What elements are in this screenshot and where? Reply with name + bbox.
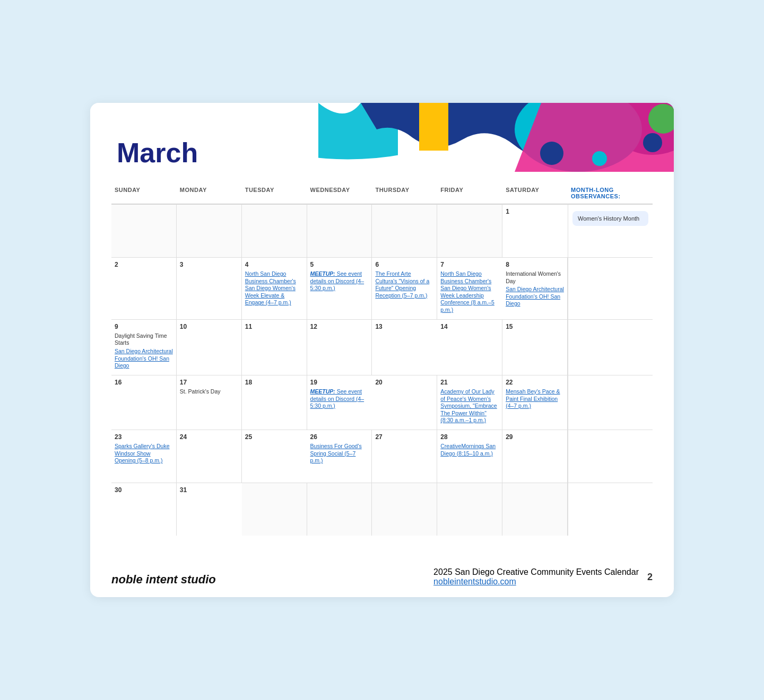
cell-date: 24 (180, 433, 238, 441)
cal-cell (502, 483, 568, 536)
cell-event[interactable]: MEETUP: See event details on Discord (4–… (310, 270, 369, 292)
day-header-thursday: THURSDAY (372, 182, 437, 204)
cal-cell: 4North San Diego Business Chamber's San … (242, 257, 307, 319)
cell-event[interactable]: CreativeMornings San Diego (8:15–10 a.m.… (440, 443, 499, 457)
cell-event[interactable]: Mensah Bey's Pace & Paint Final Exhibiti… (506, 388, 564, 410)
cell-event[interactable]: North San Diego Business Chamber's San D… (440, 270, 499, 314)
cell-date: 22 (506, 379, 564, 386)
day-header-friday: FRIDAY (437, 182, 502, 204)
cell-date: 28 (440, 433, 499, 441)
cell-date: 14 (440, 323, 499, 330)
side-panel-header: MONTH-LONG OBSERVANCES: (568, 182, 653, 204)
cell-event[interactable]: Academy of Our Lady of Peace's Women's S… (440, 388, 499, 424)
cal-cell: 8International Women's DaySan Diego Arch… (502, 257, 568, 319)
cell-date: 13 (375, 323, 434, 330)
side-panel-cell (568, 483, 653, 536)
cal-cell (177, 204, 242, 257)
cal-cell: 11 (242, 319, 307, 375)
side-panel-cell: Women's History Month (568, 204, 653, 257)
studio-name: noble intent studio (111, 573, 216, 587)
cell-event[interactable]: San Diego Architectural Foundation's OH!… (115, 348, 173, 370)
cell-date: 19 (310, 379, 369, 386)
cal-cell (437, 483, 502, 536)
cell-date: 6 (375, 261, 433, 268)
cell-date: 25 (245, 433, 304, 441)
cell-event[interactable]: MEETUP: See event details on Discord (4–… (310, 388, 369, 410)
cell-event[interactable]: San Diego Architectural Foundation's OH!… (506, 286, 564, 308)
cell-date: 4 (245, 261, 303, 268)
cal-cell: 10 (177, 319, 242, 375)
cal-cell: 18 (242, 375, 307, 430)
cal-cell: 9Daylight Saving Time StartsSan Diego Ar… (111, 319, 177, 375)
cell-date: 21 (440, 379, 499, 386)
cal-cell (242, 483, 307, 536)
cell-date: 31 (180, 486, 239, 494)
cell-date: 10 (180, 323, 238, 330)
cal-cell: 21Academy of Our Lady of Peace's Women's… (437, 375, 502, 430)
cal-cell: 31 (177, 483, 242, 536)
cal-cell: 5MEETUP: See event details on Discord (4… (307, 257, 372, 319)
cell-date: 1 (506, 208, 565, 215)
cell-date: 8 (506, 261, 564, 268)
cal-cell: 15 (502, 319, 568, 375)
cell-date: 18 (245, 379, 303, 386)
cell-date: 23 (115, 433, 173, 441)
cell-event[interactable]: Business For Good's Spring Social (5–7 p… (310, 443, 369, 465)
cal-cell: 17St. Patrick's Day (177, 375, 242, 430)
cell-event[interactable]: Sparks Gallery's Duke Windsor Show Openi… (115, 443, 173, 465)
cal-cell: 6The Front Arte Cultura's "Visions of a … (372, 257, 437, 319)
cell-date: 26 (310, 433, 369, 441)
cal-cell: 16 (111, 375, 177, 430)
cal-cell (242, 204, 307, 257)
day-header-tuesday: TUESDAY (242, 182, 307, 204)
calendar-body: SUNDAY MONDAY TUESDAY WEDNESDAY THURSDAY… (90, 172, 674, 552)
website-link[interactable]: nobleintentstudio.com (433, 577, 516, 586)
cal-cell: 1 (502, 204, 568, 257)
cal-cell: 23Sparks Gallery's Duke Windsor Show Ope… (111, 430, 177, 483)
day-headers-row: SUNDAY MONDAY TUESDAY WEDNESDAY THURSDAY… (111, 182, 653, 204)
header-art: March (90, 103, 674, 172)
cell-date: 12 (310, 323, 369, 330)
observances-box: Women's History Month (572, 211, 648, 226)
footer: noble intent studio 2025 San Diego Creat… (90, 557, 674, 597)
cell-date: 5 (310, 261, 369, 268)
cell-date: 16 (115, 379, 173, 386)
observances-item: Women's History Month (578, 215, 643, 222)
cell-event: International Women's Day (506, 270, 564, 285)
cal-cell: 24 (177, 430, 242, 483)
side-panel-cell (568, 375, 653, 430)
cal-cell: 7North San Diego Business Chamber's San … (437, 257, 502, 319)
cell-event[interactable]: The Front Arte Cultura's "Visions of a F… (375, 270, 433, 300)
cal-cell: 25 (242, 430, 307, 483)
day-header-wednesday: WEDNESDAY (307, 182, 372, 204)
calendar-title: 2025 San Diego Creative Community Events… (433, 567, 639, 577)
cal-cell (307, 483, 372, 536)
cell-date: 30 (115, 486, 173, 494)
month-title: March (117, 139, 198, 167)
side-panel-cell (568, 257, 653, 319)
cal-cell (437, 204, 502, 257)
cal-cell: 19MEETUP: See event details on Discord (… (307, 375, 372, 430)
cell-event: St. Patrick's Day (180, 388, 238, 396)
cal-cell (372, 483, 437, 536)
calendar-container: March SUNDAY MONDAY TUESDAY WEDNESDAY TH… (90, 103, 674, 597)
side-panel-cell (568, 319, 653, 375)
cal-cell: 30 (111, 483, 177, 536)
cal-cell (372, 204, 437, 257)
cal-cell (307, 204, 372, 257)
cell-date: 15 (506, 323, 564, 330)
svg-rect-1 (419, 103, 448, 151)
cal-cell (111, 204, 177, 257)
cal-cell: 22Mensah Bey's Pace & Paint Final Exhibi… (502, 375, 568, 430)
cal-cell: 13 (372, 319, 437, 375)
cal-cell: 2 (111, 257, 177, 319)
cal-cell: 29 (502, 430, 568, 483)
cal-cell: 3 (177, 257, 242, 319)
svg-point-4 (643, 133, 662, 152)
cell-date: 20 (375, 379, 433, 386)
cal-cell: 28CreativeMornings San Diego (8:15–10 a.… (437, 430, 502, 483)
side-panel-cell (568, 430, 653, 483)
day-header-monday: MONDAY (177, 182, 242, 204)
cal-cell: 27 (372, 430, 437, 483)
cell-event[interactable]: North San Diego Business Chamber's San D… (245, 270, 303, 307)
